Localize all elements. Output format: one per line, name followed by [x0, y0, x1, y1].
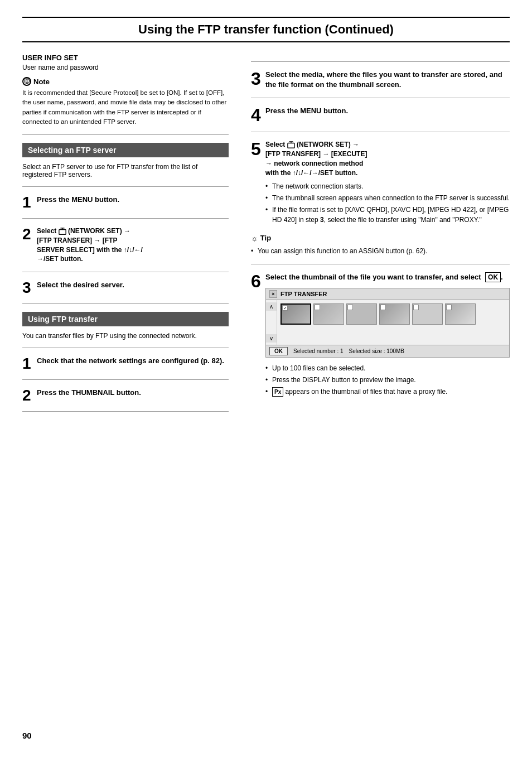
- right-step-3-num: 3: [251, 70, 263, 88]
- tip-bullet-1: You can assign this function to an ASSIG…: [251, 246, 510, 256]
- selecting-step-2: 2 Select (NETWORK SET) →[FTP TRANSFER] →…: [22, 226, 229, 264]
- note-text: It is recommended that [Secure Protocol]…: [22, 88, 229, 127]
- ftp-footer: OK Selected number : 1 Selected size : 1…: [266, 345, 509, 357]
- ftp-thumb-4-check: [380, 305, 386, 310]
- tip-block: ☼ Tip You can assign this function to an…: [251, 234, 510, 256]
- ftp-thumb-1-check: [282, 305, 288, 311]
- user-info-set-title: USER INFO SET: [22, 54, 229, 62]
- svg-rect-0: [59, 229, 66, 234]
- using-ftp-step-2-text: Press the THUMBNAIL button.: [37, 388, 229, 398]
- right-step-5-bullets: The network connection starts. The thumb…: [265, 181, 510, 225]
- selecting-step-2-text: Select (NETWORK SET) →[FTP TRANSFER] → […: [37, 226, 229, 264]
- ftp-thumb-3-check: [347, 305, 353, 310]
- selecting-step-3-num: 3: [22, 280, 35, 296]
- ftp-selected-size: Selected size : 100MB: [349, 348, 405, 354]
- ftp-thumb-6-check: [446, 305, 452, 310]
- right-step-6-text: Select the thumbnail of the file you wan…: [265, 272, 510, 283]
- right-step-6: 6 Select the thumbnail of the file you w…: [251, 272, 510, 401]
- selecting-step-1-text: Press the MENU button.: [37, 195, 229, 205]
- using-ftp-step-2: 2 Press the THUMBNAIL button.: [22, 388, 229, 403]
- divider-6: [22, 348, 229, 348]
- right-step-3: 3 Select the media, where the files you …: [251, 70, 510, 90]
- step6-bullet-2: Press the DISPLAY button to preview the …: [265, 375, 510, 385]
- px-badge: Px: [272, 387, 283, 397]
- step6-bullets: Up to 100 files can be selected. Press t…: [265, 363, 510, 397]
- user-info-set-subtitle: User name and password: [22, 64, 229, 71]
- user-info-set-block: USER INFO SET User name and password Ⓒ N…: [22, 54, 229, 127]
- page-title: Using the FTP transfer function (Continu…: [22, 17, 510, 42]
- right-step-5-num: 5: [251, 140, 263, 158]
- ftp-main-area: ∧ ∨: [266, 300, 509, 345]
- right-step-4: 4 Press the MENU button.: [251, 106, 510, 124]
- bullet-5-1: The network connection starts.: [265, 181, 510, 191]
- selecting-step-1: 1 Press the MENU button.: [22, 195, 229, 210]
- right-divider-3: [251, 132, 510, 132]
- selecting-ftp-block: Selecting an FTP server Select an FTP se…: [22, 143, 229, 304]
- note-icon: Ⓒ: [22, 77, 31, 86]
- divider-3: [22, 218, 229, 219]
- ftp-transfer-label: FTP TRANSFER: [280, 291, 327, 297]
- page: Using the FTP transfer function (Continu…: [0, 0, 532, 757]
- right-step-6-num: 6: [251, 272, 263, 290]
- step6-bullet-3: Px appears on the thumbnail of files tha…: [265, 387, 510, 397]
- selecting-step-2-num: 2: [22, 226, 35, 242]
- divider-4: [22, 272, 229, 272]
- ftp-selected-number: Selected number : 1: [293, 348, 344, 354]
- note-title: Ⓒ Note: [22, 77, 229, 86]
- selecting-ftp-intro: Select an FTP server to use for FTP tran…: [22, 163, 229, 179]
- selecting-step-3-text: Select the desired server.: [37, 280, 229, 290]
- network-set-icon-2: [59, 228, 66, 235]
- tip-icon: ☼: [251, 234, 258, 243]
- note-block: Ⓒ Note It is recommended that [Secure Pr…: [22, 77, 229, 127]
- ftp-transfer-header: × FTP TRANSFER: [266, 288, 509, 300]
- selecting-step-1-num: 1: [22, 195, 35, 210]
- selecting-ftp-header: Selecting an FTP server: [22, 143, 229, 157]
- left-column: USER INFO SET User name and password Ⓒ N…: [22, 54, 234, 420]
- right-step-5: 5 Select (NETWORK SET) →[FTP TRANSFER] →…: [251, 140, 510, 228]
- ftp-thumb-4[interactable]: [379, 303, 410, 325]
- ftp-scroll-col: ∧ ∨: [266, 300, 277, 345]
- bullet-5-2: The thumbnail screen appears when connec…: [265, 193, 510, 203]
- step6-bullet-1: Up to 100 files can be selected.: [265, 363, 510, 373]
- ftp-transfer-ui: × FTP TRANSFER ∧ ∨: [265, 288, 510, 358]
- using-ftp-block: Using FTP transfer You can transfer file…: [22, 312, 229, 412]
- ok-inline-btn: OK: [485, 272, 501, 283]
- ftp-thumb-1[interactable]: [280, 303, 311, 325]
- tip-bullets: You can assign this function to an ASSIG…: [251, 246, 510, 256]
- right-step-4-text: Press the MENU button.: [265, 106, 510, 116]
- using-ftp-step-1: 1 Check that the network settings are co…: [22, 356, 229, 372]
- right-step-4-num: 4: [251, 106, 263, 124]
- page-number: 90: [22, 731, 32, 740]
- svg-rect-3: [288, 143, 294, 148]
- ftp-thumb-3[interactable]: [346, 303, 377, 325]
- ftp-thumb-2-check: [315, 305, 320, 310]
- network-set-icon-5: [287, 141, 295, 149]
- using-ftp-step-1-text: Check that the network settings are conf…: [37, 356, 229, 366]
- ftp-thumb-5-check: [413, 305, 419, 310]
- ftp-thumb-5[interactable]: [412, 303, 443, 325]
- ftp-ok-btn[interactable]: OK: [269, 347, 288, 355]
- using-ftp-header: Using FTP transfer: [22, 312, 229, 326]
- right-divider-4: [251, 264, 510, 264]
- tip-title: ☼ Tip: [251, 234, 510, 243]
- divider-8: [22, 411, 229, 412]
- ftp-close-btn[interactable]: ×: [269, 290, 277, 298]
- ftp-thumb-6[interactable]: [445, 303, 476, 325]
- using-ftp-step-2-num: 2: [22, 388, 35, 403]
- using-ftp-intro: You can transfer files by FTP using the …: [22, 332, 229, 340]
- selecting-step-3: 3 Select the desired server.: [22, 280, 229, 296]
- right-column: 3 Select the media, where the files you …: [251, 54, 510, 420]
- divider-7: [22, 379, 229, 380]
- ftp-scroll-down-btn[interactable]: ∨: [266, 334, 277, 343]
- ftp-thumbnails: [277, 300, 479, 345]
- using-ftp-step-1-num: 1: [22, 356, 35, 372]
- right-divider-1: [251, 61, 510, 62]
- right-step-5-text: Select (NETWORK SET) →[FTP TRANSFER] → […: [265, 140, 510, 177]
- ftp-scroll-up-btn[interactable]: ∧: [266, 302, 277, 311]
- divider-2: [22, 186, 229, 187]
- bullet-5-3: If the file format is set to [XAVC QFHD]…: [265, 205, 510, 225]
- divider-5: [22, 303, 229, 304]
- right-step-3-text: Select the media, where the files you wa…: [265, 70, 510, 90]
- right-divider-2: [251, 98, 510, 98]
- ftp-thumb-2[interactable]: [313, 303, 344, 325]
